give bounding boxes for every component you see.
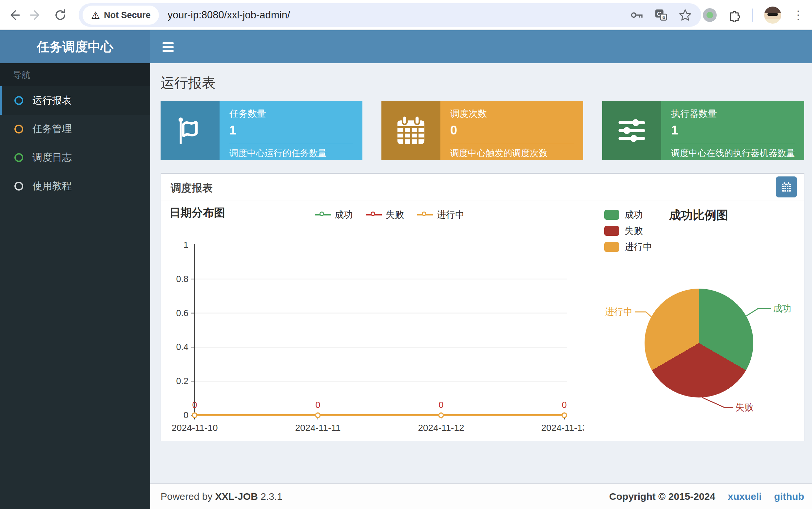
stat-card-2: 执行器数量1调度中心在线的执行器机器数量 <box>602 101 804 160</box>
panel-title: 调度报表 <box>171 181 213 196</box>
sidebar-item-label: 运行报表 <box>32 94 72 107</box>
pie-callout-label-失败: 失败 <box>735 401 754 413</box>
menu-kebab-icon[interactable]: ⋮ <box>792 9 804 21</box>
legend-swatch-icon <box>604 242 619 252</box>
browser-actions: Ga ⋮ <box>630 0 812 30</box>
security-badge-label: Not Secure <box>104 10 151 20</box>
product-version: 2.3.1 <box>260 491 283 502</box>
back-icon[interactable] <box>6 8 21 22</box>
stat-card-divider <box>229 143 353 143</box>
link-github[interactable]: github <box>774 491 804 502</box>
sidebar-item-1[interactable]: 任务管理 <box>0 115 150 143</box>
circle-o-icon <box>14 153 23 162</box>
bookmark-star-icon[interactable] <box>679 8 692 22</box>
pie-legend-item-失败[interactable]: 失败 <box>604 223 652 239</box>
calendar-icon <box>780 181 792 193</box>
data-point-marker <box>439 413 443 417</box>
sidebar-item-0[interactable]: 运行报表 <box>0 86 150 115</box>
reload-icon[interactable] <box>53 8 68 22</box>
data-point-label: 0 <box>192 400 197 410</box>
product-name: XXL-JOB <box>215 491 258 502</box>
sidebar: 导航 运行报表任务管理调度日志使用教程 <box>0 63 150 509</box>
x-axis-label: 2024-11-13 <box>541 423 584 433</box>
copyright-text: Copyright © 2015-2024 xuxueli github <box>609 491 804 502</box>
link-xuxueli[interactable]: xuxueli <box>728 491 762 502</box>
legend-item-失败[interactable]: 失败 <box>366 209 404 221</box>
stat-card-title: 调度次数 <box>450 108 574 120</box>
browser-toolbar: ⚠ Not Secure your-ip:8080/xxl-job-admin/… <box>0 0 812 30</box>
stat-card-title: 任务数量 <box>229 108 353 120</box>
legend-line-marker-icon <box>366 211 382 218</box>
warning-icon: ⚠ <box>91 9 100 21</box>
flag-icon <box>160 101 220 160</box>
y-tick-label: 0.6 <box>176 308 188 318</box>
url-text[interactable]: your-ip:8080/xxl-job-admin/ <box>168 9 290 21</box>
y-tick-label: 0 <box>184 410 188 420</box>
dispatch-report-panel: 调度报表 日期分布图 成功失败进行中 00.20.40.60.810000202… <box>160 173 805 441</box>
stat-card-value: 0 <box>450 123 574 137</box>
line-chart-legend: 成功失败进行中 <box>315 209 464 221</box>
data-point-marker <box>316 413 320 417</box>
toolbar-divider <box>752 8 753 22</box>
circle-o-icon <box>14 182 23 191</box>
sidebar-item-label: 使用教程 <box>32 179 72 193</box>
stat-card-value: 1 <box>229 123 353 137</box>
copyright-label: Copyright © 2015-2024 <box>609 491 715 502</box>
data-point-label: 0 <box>315 400 320 410</box>
pie-callout-label-进行中: 进行中 <box>605 306 632 318</box>
stat-card-title: 执行器数量 <box>671 108 795 120</box>
stat-card-desc: 调度中心在线的执行器机器数量 <box>671 147 795 159</box>
y-tick-label: 0.8 <box>176 274 188 284</box>
calendar-icon <box>381 101 440 160</box>
pie-legend-item-进行中[interactable]: 进行中 <box>604 239 652 255</box>
y-tick-label: 1 <box>184 240 188 250</box>
brand-logo[interactable]: 任务调度中心 <box>0 30 150 63</box>
footer: Powered by XXL-JOB 2.3.1 Copyright © 201… <box>150 483 812 509</box>
sliders-icon <box>602 101 661 160</box>
powered-by-text: Powered by XXL-JOB 2.3.1 <box>160 491 283 502</box>
main-content: 运行报表 任务数量1调度中心运行的任务数量调度次数0调度中心触发的调度次数执行器… <box>150 63 812 483</box>
legend-item-成功[interactable]: 成功 <box>315 209 353 221</box>
stat-card-divider <box>671 143 795 143</box>
sidebar-item-2[interactable]: 调度日志 <box>0 143 150 172</box>
translate-icon[interactable]: Ga <box>654 8 667 22</box>
data-point-marker <box>562 413 566 417</box>
security-badge[interactable]: ⚠ Not Secure <box>82 6 159 25</box>
extensions-puzzle-icon[interactable] <box>728 8 741 22</box>
x-axis-label: 2024-11-10 <box>171 423 218 433</box>
stat-card-1: 调度次数0调度中心触发的调度次数 <box>381 101 583 160</box>
pie-chart <box>644 289 753 398</box>
legend-line-marker-icon <box>417 211 433 218</box>
line-chart-title: 日期分布图 <box>170 205 225 220</box>
pie-chart-title: 成功比例图 <box>643 207 754 223</box>
screen: ⚠ Not Secure your-ip:8080/xxl-job-admin/… <box>0 0 812 509</box>
y-tick-label: 0.4 <box>176 342 188 352</box>
legend-swatch-icon <box>604 226 619 236</box>
sidebar-section-label: 导航 <box>0 63 150 86</box>
extension-status-icon[interactable] <box>703 8 717 22</box>
svg-text:a: a <box>662 14 665 20</box>
x-axis-label: 2024-11-12 <box>418 423 464 433</box>
legend-line-marker-icon <box>315 211 331 218</box>
circle-o-icon <box>14 96 23 105</box>
pie-callout-label-成功: 成功 <box>773 302 791 315</box>
x-axis-label: 2024-11-11 <box>295 423 340 433</box>
stat-card-value: 1 <box>671 123 795 137</box>
panel-header: 调度报表 <box>161 174 804 200</box>
circle-o-icon <box>14 125 23 134</box>
forward-icon[interactable] <box>29 8 43 22</box>
data-point-label: 0 <box>438 400 443 410</box>
y-tick-label: 0.2 <box>176 376 188 386</box>
password-key-icon[interactable] <box>630 8 643 22</box>
sidebar-item-3[interactable]: 使用教程 <box>0 172 150 200</box>
legend-item-进行中[interactable]: 进行中 <box>417 209 464 221</box>
sidebar-toggle-hamburger-icon[interactable] <box>159 39 178 55</box>
app-header: 任务调度中心 欢迎 user ▼ <box>0 30 812 63</box>
data-point-marker <box>192 413 197 417</box>
address-bar[interactable]: ⚠ Not Secure your-ip:8080/xxl-job-admin/ <box>79 3 701 27</box>
line-chart: 00.20.40.60.8100002024-11-102024-11-1120… <box>164 231 584 439</box>
profile-avatar[interactable] <box>764 6 781 24</box>
legend-swatch-icon <box>604 210 619 220</box>
date-range-button[interactable] <box>776 176 797 197</box>
data-point-label: 0 <box>562 400 566 410</box>
